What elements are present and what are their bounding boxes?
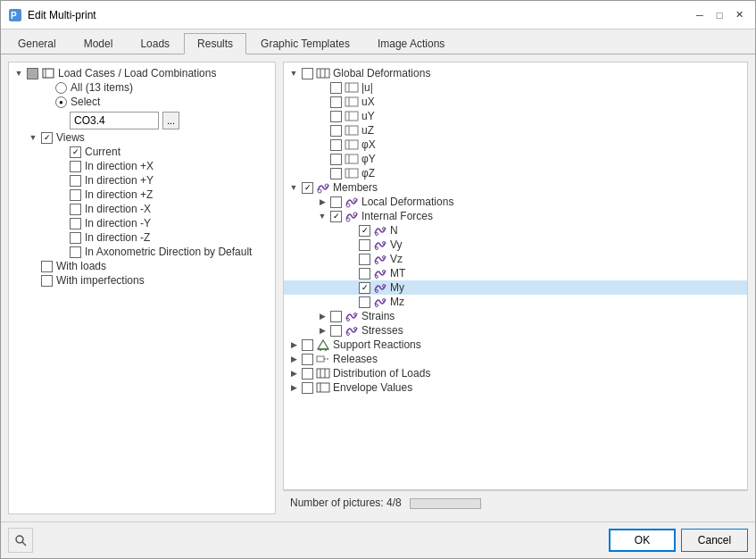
search-button[interactable] [8,528,33,553]
cb-local-def[interactable] [330,196,342,208]
cb-phiz[interactable] [330,168,342,179]
cb-dirpz[interactable] [70,189,81,201]
tree-u-abs[interactable]: |u| [284,80,747,95]
tree-with-imperfections[interactable]: With imperfections [9,273,275,288]
cb-with-loads[interactable] [41,261,53,272]
view-item-dirnz[interactable]: In direction -Z [9,230,275,245]
view-item-dirnx[interactable]: In direction -X [9,202,275,216]
tree-force-Vz[interactable]: Vz [284,252,747,266]
cb-members[interactable] [302,182,313,194]
cb-current[interactable] [70,146,81,158]
chevron-stresses [316,324,328,337]
cb-global-def[interactable] [302,68,313,79]
co-input[interactable] [70,112,159,129]
cancel-button[interactable]: Cancel [681,529,748,552]
tree-uz[interactable]: uZ [284,123,747,138]
tree-global-deformations[interactable]: Global Deformations [284,66,747,80]
tree-members[interactable]: Members [284,180,747,195]
cb-force-Mz[interactable] [359,296,370,308]
tree-ux[interactable]: uX [284,95,747,109]
cb-force-N[interactable] [359,225,370,237]
cb-ux[interactable] [330,96,342,108]
cb-distribution[interactable] [302,368,313,380]
view-item-dirny[interactable]: In direction -Y [9,216,275,230]
tree-force-MT[interactable]: MT [284,266,747,280]
tree-force-Mz[interactable]: Mz [284,295,747,309]
tree-select[interactable]: Select [9,95,275,109]
cb-force-Vz[interactable] [359,254,370,265]
tree-support-reactions[interactable]: Support Reactions [284,338,747,352]
cb-phiy[interactable] [330,154,342,165]
tree-stresses[interactable]: Stresses [284,323,747,338]
tab-results[interactable]: Results [184,33,246,54]
tab-image-actions[interactable]: Image Actions [364,33,458,54]
tab-graphic-templates[interactable]: Graphic Templates [247,33,363,54]
tree-force-My[interactable]: My [284,280,747,295]
chevron-internal-forces [316,210,328,222]
cb-load-cases[interactable] [27,68,38,79]
browse-button[interactable]: ... [162,112,179,129]
cb-strains[interactable] [330,311,342,322]
tree-all-items[interactable]: All (13 items) [9,80,275,95]
cb-dirny[interactable] [70,218,81,229]
uy-label: uY [361,110,375,122]
view-item-dirpz[interactable]: In direction +Z [9,188,275,202]
view-item-current[interactable]: Current [9,145,275,159]
cb-phix[interactable] [330,139,342,151]
tree-force-Vy[interactable]: Vy [284,238,747,252]
cb-views[interactable] [41,132,53,144]
svg-rect-2 [43,69,54,78]
tree-force-N[interactable]: N [284,223,747,238]
cb-u-abs[interactable] [330,82,342,94]
tree-internal-forces[interactable]: Internal Forces [284,209,747,223]
cb-axonometric[interactable] [70,246,81,258]
tree-load-cases-root[interactable]: Load Cases / Load Combinations [9,66,275,80]
tree-phiy[interactable]: φY [284,152,747,166]
maximize-button[interactable]: □ [710,6,728,24]
cb-releases[interactable] [302,354,313,365]
tree-strains[interactable]: Strains [284,309,747,323]
svg-point-29 [376,247,378,250]
cb-force-MT[interactable] [359,268,370,280]
cb-envelope[interactable] [302,382,313,394]
cb-force-My[interactable] [359,282,370,294]
cb-force-Vy[interactable] [359,239,370,251]
right-tree[interactable]: Global Deformations |u| [283,62,748,490]
close-button[interactable]: ✕ [730,6,748,24]
cb-support-reactions[interactable] [302,339,313,351]
cb-dirnz[interactable] [70,232,81,244]
cb-uz[interactable] [330,125,342,137]
chevron-views [27,131,39,144]
minimize-button[interactable]: ─ [691,6,709,24]
tree-phiz[interactable]: φZ [284,166,747,180]
tree-uy[interactable]: uY [284,109,747,123]
tree-distribution-loads[interactable]: Distribution of Loads [284,366,747,380]
view-item-dirpy[interactable]: In direction +Y [9,173,275,188]
releases-label: Releases [333,353,378,365]
ok-button[interactable]: OK [609,529,676,552]
tree-releases[interactable]: Releases [284,352,747,366]
tree-views-root[interactable]: Views [9,130,275,145]
radio-all[interactable] [55,82,67,94]
tree-phix[interactable]: φX [284,138,747,152]
footer-left [8,528,33,553]
cb-with-imperfections[interactable] [41,275,53,287]
cb-dirnx[interactable] [70,204,81,215]
tree-with-loads[interactable]: With loads [9,259,275,273]
left-tree[interactable]: Load Cases / Load Combinations All (13 i… [8,62,276,514]
tree-envelope-values[interactable]: Envelope Values [284,380,747,395]
tab-model[interactable]: Model [71,33,127,54]
tree-local-deformations[interactable]: Local Deformations [284,195,747,209]
support-reactions-icon [316,338,330,351]
radio-select[interactable] [55,96,67,108]
cb-uy[interactable] [330,111,342,122]
cb-internal-forces[interactable] [330,211,342,222]
svg-rect-7 [345,83,358,92]
tab-general[interactable]: General [4,33,70,54]
cb-dirpy[interactable] [70,175,81,187]
cb-dirpx[interactable] [70,161,81,172]
view-item-axonometric[interactable]: In Axonometric Direction by Default [9,245,275,259]
cb-stresses[interactable] [330,325,342,337]
tab-loads[interactable]: Loads [127,33,183,54]
view-item-dirpx[interactable]: In direction +X [9,159,275,173]
